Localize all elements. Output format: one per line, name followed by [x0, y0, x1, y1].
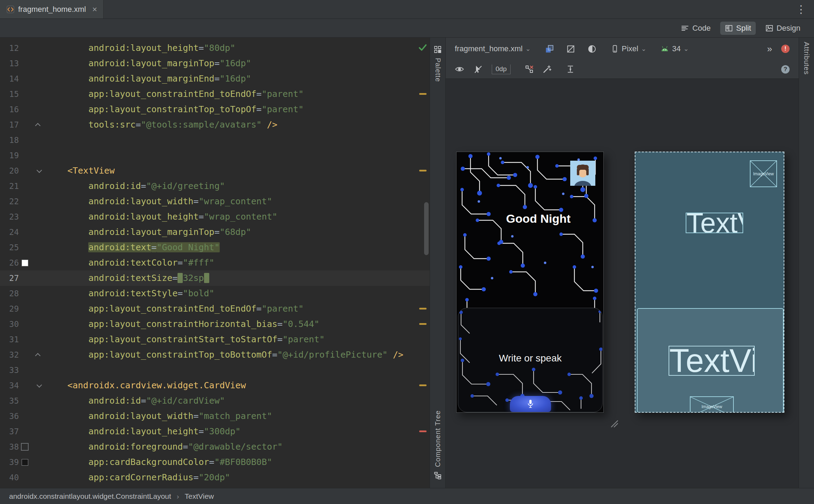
code-line-31[interactable]: 31 app:layout_constraintStart_toStartOf=… — [0, 332, 430, 347]
tab-fragment-home-xml[interactable]: fragment_home.xml × — [0, 0, 104, 18]
code-line-16[interactable]: 16 app:layout_constraintTop_toTopOf="par… — [0, 102, 430, 117]
code-line-14[interactable]: 14 android:layout_marginEnd="16dp" — [0, 71, 430, 86]
fold-down-icon[interactable] — [37, 167, 42, 173]
card-view[interactable]: Write or speak — [458, 308, 603, 412]
code-token: app:layout_constraintTop_toTopOf — [88, 104, 256, 114]
warn-stripe-mark[interactable] — [419, 170, 427, 171]
pointer-off-icon[interactable] — [473, 64, 483, 74]
code-line-12[interactable]: 12 android:layout_height="80dp" — [0, 40, 430, 56]
palette-tab[interactable]: Palette — [434, 45, 442, 82]
device-selector[interactable]: Pixel ⌄ — [611, 44, 647, 53]
code-line-34[interactable]: 34 <androidx.cardview.widget.CardView — [0, 378, 430, 393]
orientation-icon[interactable] — [566, 44, 575, 54]
greeting-textview[interactable]: Good Night — [465, 212, 604, 226]
code-line-27[interactable]: 27 android:textSize="32sp" — [0, 270, 430, 286]
inspections-ok-check-icon[interactable] — [418, 43, 428, 52]
gutter-fold-cell — [31, 132, 46, 148]
issue-error-badge[interactable]: ! — [781, 45, 790, 53]
code-editor[interactable]: 12 android:layout_height="80dp"13 androi… — [0, 38, 430, 488]
design-blueprint-layers-icon[interactable] — [545, 44, 554, 54]
code-text: android:layout_width="wrap_content" — [46, 194, 430, 209]
toolbar-overflow-icon[interactable]: » — [767, 44, 772, 54]
color-swatch[interactable] — [22, 459, 28, 466]
infer-constraints-wand-icon[interactable] — [542, 64, 552, 74]
error-stripe-mark[interactable] — [419, 430, 427, 432]
code-line-15[interactable]: 15 app:layout_constraintEnd_toEndOf="par… — [0, 86, 430, 102]
breadcrumb-constraintlayout[interactable]: androidx.constraintlayout.widget.Constra… — [9, 492, 171, 501]
warn-stripe-mark[interactable] — [419, 384, 427, 386]
code-line-13[interactable]: 13 android:layout_marginTop="16dp" — [0, 56, 430, 71]
split-mode-button[interactable]: Split — [720, 22, 756, 35]
avatar[interactable] — [570, 161, 595, 186]
code-line-38[interactable]: 38 android:foreground="@drawable/sector" — [0, 439, 430, 455]
warn-stripe-mark[interactable] — [419, 323, 427, 325]
code-line-28[interactable]: 28 android:textStyle="bold" — [0, 286, 430, 301]
code-line-24[interactable]: 24 android:layout_marginTop="68dp" — [0, 224, 430, 240]
blueprint-textview-card[interactable]: TextView — [669, 346, 755, 376]
code-line-18[interactable]: 18 — [0, 132, 430, 148]
code-line-29[interactable]: 29 app:layout_constraintEnd_toEndOf="par… — [0, 301, 430, 316]
clear-constraints-icon[interactable] — [525, 64, 534, 74]
layout-file-selector[interactable]: fragment_home.xml ⌄ — [455, 44, 531, 53]
kebab-menu-icon[interactable]: ⋮ — [796, 0, 814, 18]
code-line-21[interactable]: 21 android:id="@+id/greeting" — [0, 178, 430, 194]
code-line-22[interactable]: 22 android:layout_width="wrap_content" — [0, 194, 430, 209]
design-preview-phone[interactable]: Good Night — [456, 152, 604, 413]
warn-stripe-mark[interactable] — [419, 308, 427, 310]
code-text: android:layout_marginTop="16dp" — [46, 56, 430, 71]
view-options-eye-icon[interactable] — [455, 64, 464, 74]
code-token: "#BF0B0B0B" — [214, 457, 272, 467]
code-token: "match_parent" — [199, 411, 272, 421]
code-token: = — [256, 89, 262, 99]
code-token: app:layout_constraintEnd_toEndOf — [88, 89, 256, 99]
gutter-swatch-cell — [19, 117, 31, 132]
code-line-40[interactable]: 40 app:cardCornerRadius="20dp" — [0, 470, 430, 485]
code-token: "16dp" — [220, 74, 251, 84]
code-mode-button[interactable]: Code — [676, 22, 715, 35]
code-line-20[interactable]: 20 <TextView — [0, 163, 430, 178]
theme-icon[interactable] — [587, 44, 597, 54]
gutter-fold-cell — [31, 332, 46, 347]
gutter-fold-cell — [31, 163, 46, 178]
line-number: 15 — [0, 86, 19, 102]
color-swatch[interactable] — [21, 443, 29, 451]
design-mode-button[interactable]: Design — [761, 22, 805, 35]
fold-down-icon[interactable] — [37, 382, 42, 388]
code-line-30[interactable]: 30 app:layout_constraintHorizontal_bias=… — [0, 316, 430, 332]
code-line-17[interactable]: 17 tools:src="@tools:sample/avatars" /> — [0, 117, 430, 132]
code-line-35[interactable]: 35 android:id="@+id/cardView" — [0, 393, 430, 408]
blueprint-preview-phone[interactable]: ImageView TextView TextView ImageView — [635, 152, 784, 413]
color-swatch[interactable] — [22, 260, 28, 266]
mic-button[interactable] — [510, 396, 551, 412]
code-line-36[interactable]: 36 android:layout_width="match_parent" — [0, 408, 430, 424]
default-margin-chip[interactable]: 0dp — [492, 64, 511, 74]
code-line-39[interactable]: 39 app:cardBackgroundColor="#BF0B0B0B" — [0, 455, 430, 470]
design-surface[interactable]: Good Night — [446, 79, 799, 488]
blueprint-imageview-top[interactable]: ImageView — [750, 160, 777, 187]
blueprint-imageview-bottom[interactable]: ImageView — [690, 396, 734, 413]
code-line-26[interactable]: 26 android:textColor="#fff" — [0, 255, 430, 270]
pack-align-icon[interactable] — [566, 64, 575, 74]
api-level-selector[interactable]: 34 ⌄ — [660, 44, 689, 53]
imageview-label: ImageView — [751, 161, 776, 186]
breadcrumb-textview[interactable]: TextView — [185, 492, 214, 501]
help-icon[interactable]: ? — [781, 65, 790, 74]
tab-close-icon[interactable]: × — [92, 5, 97, 14]
code-line-25[interactable]: 25 android:text="Good Night" — [0, 240, 430, 255]
editor-scrollbar-thumb[interactable] — [424, 202, 429, 255]
card-textview[interactable]: Write or speak — [458, 353, 602, 364]
warn-stripe-mark[interactable] — [419, 93, 427, 95]
code-token: = — [277, 319, 282, 329]
code-line-32[interactable]: 32 app:layout_constraintTop_toBottomOf="… — [0, 347, 430, 362]
code-line-37[interactable]: 37 android:layout_height="300dp" — [0, 424, 430, 439]
code-line-33[interactable]: 33 — [0, 362, 430, 378]
attributes-tab[interactable]: Attributes — [799, 38, 814, 488]
fold-up-icon[interactable] — [35, 353, 41, 358]
code-line-19[interactable]: 19 — [0, 148, 430, 163]
surface-resize-handle[interactable] — [609, 418, 619, 428]
code-token: android:foreground — [88, 442, 183, 452]
code-line-23[interactable]: 23 android:layout_height="wrap_content" — [0, 209, 430, 224]
blueprint-textview-greeting[interactable]: TextView — [686, 213, 743, 233]
fold-up-icon[interactable] — [35, 123, 41, 128]
component-tree-tab[interactable]: Component Tree — [434, 410, 442, 480]
